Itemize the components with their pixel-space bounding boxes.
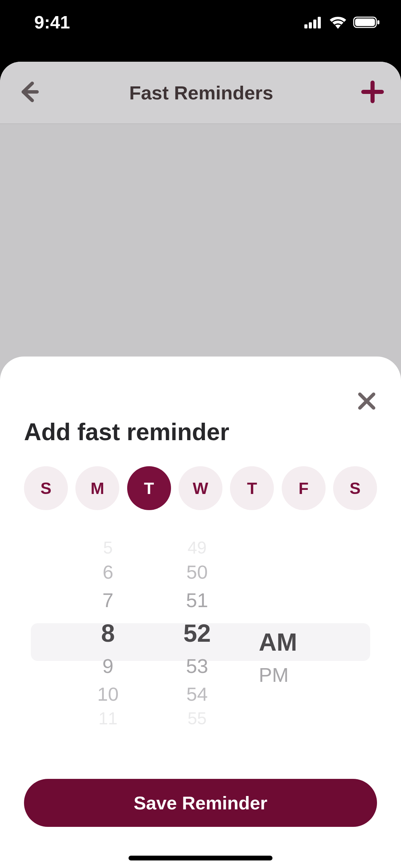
cellular-signal-icon <box>304 16 323 28</box>
minute-option-selected[interactable]: 52 <box>166 614 228 652</box>
minute-option[interactable]: 50 <box>166 558 228 586</box>
svg-rect-5 <box>355 19 375 26</box>
day-label: S <box>350 479 361 498</box>
home-indicator[interactable] <box>129 856 272 860</box>
hour-option[interactable]: 7 <box>77 586 139 614</box>
minute-option[interactable]: 49 <box>166 538 228 558</box>
day-label: W <box>193 479 208 498</box>
page-title: Fast Reminders <box>129 82 273 104</box>
modal-title: Add fast reminder <box>24 418 377 446</box>
day-chip-sun[interactable]: S <box>24 466 68 510</box>
add-icon[interactable] <box>361 81 384 105</box>
background-header: Fast Reminders <box>0 62 401 123</box>
save-button-label: Save Reminder <box>134 792 267 813</box>
svg-rect-6 <box>377 20 379 24</box>
period-picker-column[interactable]: AM PM <box>255 538 324 743</box>
svg-rect-0 <box>304 24 307 28</box>
day-label: F <box>299 479 308 498</box>
day-label: S <box>40 479 51 498</box>
day-label: T <box>144 479 154 498</box>
minute-option[interactable]: 53 <box>166 652 228 680</box>
hour-option-selected[interactable]: 8 <box>77 614 139 652</box>
day-chip-tue[interactable]: T <box>127 466 171 510</box>
period-option[interactable]: PM <box>255 661 324 689</box>
svg-rect-1 <box>309 22 312 28</box>
day-chip-thu[interactable]: T <box>230 466 274 510</box>
hour-picker-column[interactable]: 5 6 7 8 9 10 11 <box>77 538 139 743</box>
day-chip-sat[interactable]: S <box>333 466 377 510</box>
wifi-icon <box>329 16 347 29</box>
back-arrow-icon[interactable] <box>17 80 41 105</box>
hour-option[interactable]: 5 <box>77 538 139 558</box>
day-chip-fri[interactable]: F <box>282 466 326 510</box>
days-row: S M T W T F S <box>24 466 377 510</box>
hour-option[interactable]: 11 <box>77 708 139 729</box>
hour-option[interactable]: 6 <box>77 558 139 586</box>
day-label: M <box>90 479 104 498</box>
day-chip-mon[interactable]: M <box>75 466 119 510</box>
status-time: 9:41 <box>34 12 70 33</box>
hour-option[interactable]: 9 <box>77 652 139 680</box>
day-chip-wed[interactable]: W <box>179 466 222 510</box>
minute-picker-column[interactable]: 49 50 51 52 53 54 55 <box>166 538 228 743</box>
minute-option[interactable]: 51 <box>166 586 228 614</box>
close-icon[interactable] <box>356 391 377 413</box>
time-picker[interactable]: 5 6 7 8 9 10 11 49 50 51 52 53 54 55 <box>24 538 377 743</box>
add-reminder-modal: Add fast reminder S M T W T F S 5 6 7 8 … <box>0 357 401 868</box>
svg-rect-3 <box>318 17 321 28</box>
status-icons <box>304 16 380 29</box>
battery-icon <box>353 16 380 29</box>
save-reminder-button[interactable]: Save Reminder <box>24 779 377 827</box>
day-label: T <box>247 479 257 498</box>
hour-option[interactable]: 10 <box>77 680 139 708</box>
svg-rect-2 <box>313 20 316 28</box>
minute-option[interactable]: 55 <box>166 708 228 729</box>
period-option-selected[interactable]: AM <box>255 623 324 661</box>
minute-option[interactable]: 54 <box>166 680 228 708</box>
status-bar: 9:41 <box>0 0 401 45</box>
